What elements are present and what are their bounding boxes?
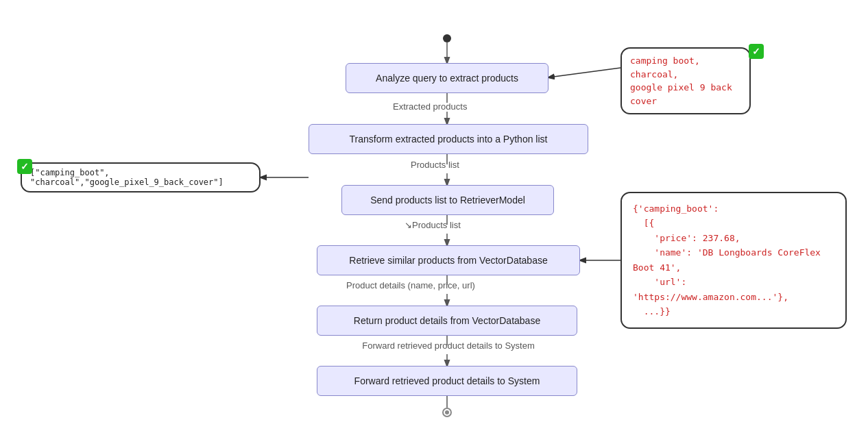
- end-dot: [442, 408, 452, 417]
- analyze-label: Analyze query to extract products: [376, 73, 518, 84]
- query-result-box: camping boot, charcoal,google pixel 9 ba…: [620, 47, 751, 114]
- retrieve-label: Retrieve similar products from VectorDat…: [349, 255, 547, 266]
- product-data-text: {'camping_boot': [{ 'price': 237.68, 'na…: [633, 203, 821, 316]
- extracted-products-label: Extracted products: [393, 101, 467, 112]
- svg-line-12: [548, 68, 620, 77]
- transform-label: Transform extracted products into a Pyth…: [350, 134, 548, 145]
- send-label: Send products list to RetrieverModel: [370, 195, 525, 206]
- transform-node: Transform extracted products into a Pyth…: [309, 124, 588, 154]
- products-list-label-1: Products list: [411, 160, 459, 170]
- send-node: Send products list to RetrieverModel: [341, 185, 554, 215]
- query-result-text: camping boot, charcoal,google pixel 9 ba…: [630, 55, 732, 106]
- return-node: Return product details from VectorDataba…: [317, 306, 577, 336]
- python-list-checkmark: ✓: [17, 159, 32, 174]
- return-label: Return product details from VectorDataba…: [354, 315, 540, 326]
- python-list-box: ["camping_boot", "charcoal","google_pixe…: [21, 162, 261, 193]
- analyze-node: Analyze query to extract products: [346, 63, 548, 93]
- forward-label: Forward retrieved product details to Sys…: [354, 375, 540, 386]
- query-result-checkmark: ✓: [749, 44, 764, 59]
- product-data-box: {'camping_boot': [{ 'price': 237.68, 'na…: [620, 192, 847, 329]
- product-details-label: Product details (name, price, url): [346, 280, 475, 290]
- forward-node: Forward retrieved product details to Sys…: [317, 366, 577, 396]
- products-list-label-2: ↘Products list: [405, 220, 461, 230]
- forward-label-text: Forward retrieved product details to Sys…: [317, 340, 579, 351]
- python-list-text: ["camping_boot", "charcoal","google_pixe…: [30, 168, 251, 187]
- start-dot: [443, 34, 451, 42]
- diagram: Analyze query to extract products Extrac…: [0, 0, 868, 422]
- retrieve-node: Retrieve similar products from VectorDat…: [317, 245, 580, 275]
